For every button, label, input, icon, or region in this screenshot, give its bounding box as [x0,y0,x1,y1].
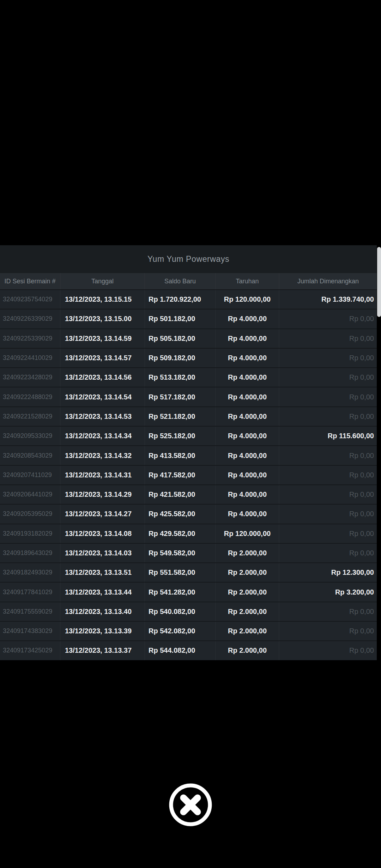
new-balance-cell: Rp 421.582,00 [144,485,215,504]
date-cell: 13/12/2023, 13.13.40 [60,602,144,621]
table-row: 32409235754029 13/12/2023, 13.15.15 Rp 1… [0,289,377,309]
new-balance-cell: Rp 517.182,00 [144,387,215,406]
date-cell: 13/12/2023, 13.14.53 [60,407,144,426]
column-header-session-id: ID Sesi Bermain # [0,273,60,289]
session-id-cell: 32409207411029 [0,466,60,484]
session-history-panel: Yum Yum Powerways ID Sesi Bermain # Tang… [0,245,377,660]
session-id-cell: 32409206441029 [0,485,60,504]
session-id-cell: 32409182493029 [0,563,60,582]
table-header-row: ID Sesi Bermain # Tanggal Saldo Baru Tar… [0,273,377,289]
bet-cell: Rp 4.000,00 [215,505,279,523]
amount-won-cell: Rp 0,00 [279,602,377,621]
bet-cell: Rp 4.000,00 [215,387,279,406]
date-cell: 13/12/2023, 13.13.44 [60,583,144,601]
new-balance-cell: Rp 505.182,00 [144,329,215,348]
table-row: 32409226339029 13/12/2023, 13.15.00 Rp 5… [0,309,377,328]
date-cell: 13/12/2023, 13.13.51 [60,563,144,582]
table-row: 32409205395029 13/12/2023, 13.14.27 Rp 4… [0,504,377,523]
amount-won-cell: Rp 0,00 [279,329,377,348]
new-balance-cell: Rp 1.720.922,00 [144,290,215,309]
scrollbar-thumb[interactable] [377,247,381,317]
table-row: 32409174383029 13/12/2023, 13.13.39 Rp 5… [0,621,377,640]
game-title-bar: Yum Yum Powerways [0,245,377,273]
table-row: 32409193182029 13/12/2023, 13.14.08 Rp 4… [0,524,377,543]
bet-cell: Rp 4.000,00 [215,466,279,484]
session-id-cell: 32409235754029 [0,290,60,309]
amount-won-cell: Rp 0,00 [279,407,377,426]
column-header-new-balance: Saldo Baru [144,273,215,289]
close-button[interactable] [169,783,212,827]
session-history-rows: 32409235754029 13/12/2023, 13.15.15 Rp 1… [0,289,377,660]
table-row: 32409177841029 13/12/2023, 13.13.44 Rp 5… [0,582,377,601]
date-cell: 13/12/2023, 13.13.39 [60,622,144,640]
amount-won-cell: Rp 0,00 [279,446,377,465]
session-id-cell: 32409225339029 [0,329,60,348]
new-balance-cell: Rp 501.182,00 [144,309,215,328]
new-balance-cell: Rp 551.582,00 [144,563,215,582]
table-row: 32409223428029 13/12/2023, 13.14.56 Rp 5… [0,367,377,387]
bet-cell: Rp 4.000,00 [215,309,279,328]
session-id-cell: 32409205395029 [0,505,60,523]
new-balance-cell: Rp 525.182,00 [144,427,215,445]
new-balance-cell: Rp 509.182,00 [144,349,215,367]
date-cell: 13/12/2023, 13.14.03 [60,544,144,562]
date-cell: 13/12/2023, 13.14.29 [60,485,144,504]
new-balance-cell: Rp 425.582,00 [144,505,215,523]
table-row: 32409189643029 13/12/2023, 13.14.03 Rp 5… [0,543,377,562]
session-id-cell: 32409209533029 [0,427,60,445]
table-row: 32409209533029 13/12/2023, 13.14.34 Rp 5… [0,426,377,445]
game-title: Yum Yum Powerways [147,254,229,264]
bet-cell: Rp 120.000,00 [215,524,279,543]
date-cell: 13/12/2023, 13.13.37 [60,641,144,660]
new-balance-cell: Rp 521.182,00 [144,407,215,426]
session-id-cell: 32409226339029 [0,309,60,328]
bet-cell: Rp 4.000,00 [215,368,279,387]
table-row: 32409222488029 13/12/2023, 13.14.54 Rp 5… [0,387,377,406]
column-header-bet: Taruhan [215,273,279,289]
amount-won-cell: Rp 0,00 [279,368,377,387]
amount-won-cell: Rp 0,00 [279,349,377,367]
column-header-date: Tanggal [60,273,144,289]
bet-cell: Rp 4.000,00 [215,485,279,504]
table-row: 32409221528029 13/12/2023, 13.14.53 Rp 5… [0,406,377,426]
amount-won-cell: Rp 0,00 [279,485,377,504]
table-row: 32409182493029 13/12/2023, 13.13.51 Rp 5… [0,562,377,582]
session-id-cell: 32409223428029 [0,368,60,387]
date-cell: 13/12/2023, 13.14.56 [60,368,144,387]
table-row: 32409225339029 13/12/2023, 13.14.59 Rp 5… [0,328,377,348]
bet-cell: Rp 2.000,00 [215,563,279,582]
bet-cell: Rp 2.000,00 [215,602,279,621]
session-id-cell: 32409193182029 [0,524,60,543]
amount-won-cell: Rp 0,00 [279,622,377,640]
session-id-cell: 32409208543029 [0,446,60,465]
session-id-cell: 32409174383029 [0,622,60,640]
session-id-cell: 32409175559029 [0,602,60,621]
bet-cell: Rp 120.000,00 [215,290,279,309]
bet-cell: Rp 4.000,00 [215,349,279,367]
new-balance-cell: Rp 541.282,00 [144,583,215,601]
amount-won-cell: Rp 3.200,00 [279,583,377,601]
amount-won-cell: Rp 0,00 [279,524,377,543]
date-cell: 13/12/2023, 13.14.27 [60,505,144,523]
date-cell: 13/12/2023, 13.15.00 [60,309,144,328]
date-cell: 13/12/2023, 13.14.32 [60,446,144,465]
session-id-cell: 32409189643029 [0,544,60,562]
date-cell: 13/12/2023, 13.14.31 [60,466,144,484]
table-row: 32409207411029 13/12/2023, 13.14.31 Rp 4… [0,465,377,484]
bet-cell: Rp 2.000,00 [215,544,279,562]
column-header-amount-won: Jumlah Dimenangkan [279,273,377,289]
new-balance-cell: Rp 413.582,00 [144,446,215,465]
date-cell: 13/12/2023, 13.14.08 [60,524,144,543]
new-balance-cell: Rp 429.582,00 [144,524,215,543]
amount-won-cell: Rp 12.300,00 [279,563,377,582]
session-id-cell: 32409222488029 [0,387,60,406]
bet-cell: Rp 2.000,00 [215,622,279,640]
session-id-cell: 32409177841029 [0,583,60,601]
session-id-cell: 32409173425029 [0,641,60,660]
close-icon [169,783,212,827]
amount-won-cell: Rp 0,00 [279,505,377,523]
new-balance-cell: Rp 544.082,00 [144,641,215,660]
new-balance-cell: Rp 540.082,00 [144,602,215,621]
new-balance-cell: Rp 513.182,00 [144,368,215,387]
date-cell: 13/12/2023, 13.15.15 [60,290,144,309]
